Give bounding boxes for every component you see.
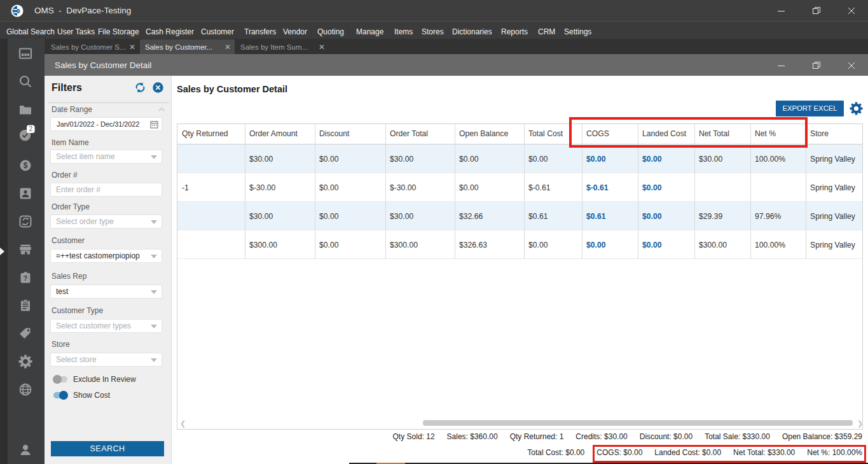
svg-text:2: 2: [29, 125, 33, 132]
svg-text:?: ?: [24, 274, 27, 282]
svg-text:$: $: [24, 161, 28, 170]
